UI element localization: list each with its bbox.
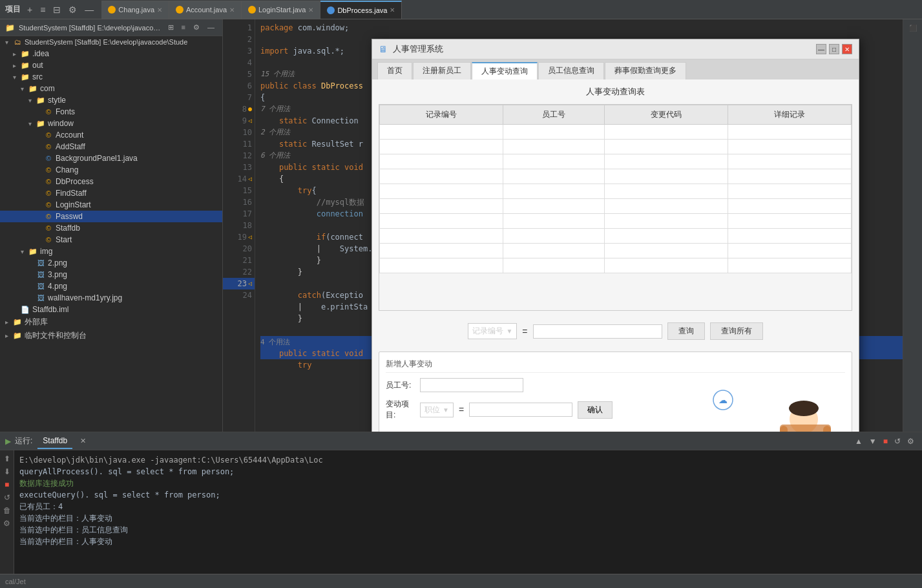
- employee-id-input[interactable]: [420, 378, 523, 392]
- settings-icon[interactable]: ⚙: [66, 3, 79, 16]
- float-close-btn[interactable]: ✕: [842, 44, 852, 54]
- method-count-7: 7 个用法: [260, 103, 290, 115]
- tree-item-studentystem[interactable]: ▾ 🗂 StudentSystem [Staffdb] E:\develop\j…: [0, 36, 222, 48]
- staffdb-tab-close[interactable]: ✕: [80, 437, 86, 445]
- minimize-icon[interactable]: —: [82, 3, 96, 16]
- file-icon-start: ©: [44, 235, 53, 244]
- change-dropdown-arrow-icon[interactable]: ▼: [443, 406, 449, 414]
- gutter-line-4: 4: [223, 57, 255, 68]
- query-button[interactable]: 查询: [667, 322, 705, 340]
- bottom-content-row: ⬆ ⬇ ■ ↺ 🗑 ⚙ E:\develop\jdk\bin\java.exe …: [0, 450, 922, 574]
- float-minimize-btn[interactable]: —: [816, 44, 826, 54]
- gutter-line-2: 2: [223, 34, 255, 45]
- query-all-button[interactable]: 查询所有: [710, 322, 763, 340]
- tree-item-img4[interactable]: ▸ 🖼 4.png: [0, 280, 222, 292]
- tree-item-loginstart[interactable]: ▸ © LoginStart: [0, 199, 222, 211]
- tree-item-external-libs[interactable]: ▸ 📁 外部库: [0, 315, 222, 329]
- sidebar-icon3[interactable]: ⚙: [191, 22, 202, 33]
- tree-item-passwd[interactable]: ▸ © Passwd: [0, 211, 222, 222]
- float-nav-home[interactable]: 首页: [377, 62, 412, 79]
- tree-item-bgpanel[interactable]: ▸ © BackgroundPanel1.java: [0, 152, 222, 164]
- search-field-label: 记录编号: [472, 326, 503, 337]
- dropdown-arrow-icon[interactable]: ▼: [506, 328, 512, 335]
- console-settings-icon[interactable]: ⚙: [905, 436, 917, 447]
- sidebar-icon4[interactable]: —: [205, 22, 217, 33]
- tree-item-img[interactable]: ▾ 📁 img: [0, 246, 222, 257]
- side-icon-settings[interactable]: ⚙: [3, 519, 10, 528]
- float-nav-register[interactable]: 注册新员工: [413, 62, 471, 79]
- toggle-src[interactable]: ▾: [10, 73, 18, 81]
- gutter-line-1: 1: [223, 22, 255, 34]
- tree-item-idea[interactable]: ▸ 📁 .idea: [0, 48, 222, 59]
- tab-dbprocess[interactable]: DbProcess.java ✕: [320, 1, 402, 19]
- sidebar-icon1[interactable]: ⊞: [165, 22, 176, 33]
- float-maximize-btn[interactable]: □: [829, 44, 839, 54]
- toggle-window[interactable]: ▾: [26, 120, 34, 127]
- tree-item-window[interactable]: ▾ 📁 window: [0, 118, 222, 129]
- tab-loginstart[interactable]: LoginStart.java ✕: [242, 1, 320, 19]
- tree-item-findstaff[interactable]: ▸ © FindStaff: [0, 187, 222, 199]
- float-nav-personnel[interactable]: 人事变动查询: [472, 62, 538, 79]
- dbprocess-tab-icon: [327, 6, 335, 14]
- toggle-idea[interactable]: ▸: [10, 50, 18, 58]
- layout-icon[interactable]: ⊟: [50, 3, 63, 16]
- console-line-2: queryAllProcess(). sql = select * from p…: [19, 466, 917, 478]
- tree-item-wallhaven[interactable]: ▸ 🖼 wallhaven-md1yry.jpg: [0, 292, 222, 304]
- side-icon-rerun[interactable]: ↺: [4, 493, 10, 502]
- console-rerun-icon[interactable]: ↺: [892, 436, 903, 447]
- search-input[interactable]: [533, 324, 662, 339]
- bottom-tab-staffdb[interactable]: Staffdb: [37, 434, 72, 449]
- tab-chang[interactable]: Chang.java ✕: [101, 1, 169, 19]
- tree-item-com[interactable]: ▾ 📁 com: [0, 83, 222, 94]
- sidebar-header: 📁 StudentSystem [Staffdb] E:\develop\jav…: [0, 19, 222, 36]
- tree-item-start[interactable]: ▸ © Start: [0, 234, 222, 246]
- side-icon-stop[interactable]: ■: [5, 480, 9, 489]
- change-value-input[interactable]: [469, 403, 572, 417]
- tree-item-stytle[interactable]: ▾ 📁 stytle: [0, 94, 222, 106]
- account-tab-close[interactable]: ✕: [229, 6, 235, 14]
- side-icon-1[interactable]: ⬆: [4, 454, 10, 463]
- dbprocess-tab-close[interactable]: ✕: [390, 6, 395, 14]
- list-icon[interactable]: ≡: [37, 3, 48, 16]
- toggle-out[interactable]: ▸: [10, 61, 18, 69]
- console-up-icon[interactable]: ▲: [852, 436, 865, 447]
- side-icon-2[interactable]: ⬇: [4, 467, 10, 476]
- tree-item-src[interactable]: ▾ 📁 src: [0, 71, 222, 83]
- tree-item-addstaff[interactable]: ▸ © AddStaff: [0, 141, 222, 152]
- confirm-button[interactable]: 确认: [578, 401, 613, 419]
- sidebar-icon2[interactable]: ≡: [179, 22, 188, 33]
- toggle-com[interactable]: ▾: [18, 85, 26, 92]
- file-icon-loginstart: ©: [44, 200, 53, 209]
- tree-item-temp-console[interactable]: ▸ 📁 临时文件和控制台: [0, 329, 222, 342]
- toggle-studentystem[interactable]: ▾: [3, 38, 10, 46]
- console-down-icon[interactable]: ▼: [866, 436, 879, 447]
- tree-item-fonts[interactable]: ▸ © Fonts: [0, 106, 222, 118]
- toggle-img[interactable]: ▾: [18, 247, 26, 255]
- float-nav-leave[interactable]: 葬事假勤查询更多: [605, 62, 686, 79]
- float-nav-employee[interactable]: 员工信息查询: [538, 62, 604, 79]
- tree-item-staffdb-iml[interactable]: ▸ 📄 Staffdb.iml: [0, 304, 222, 315]
- data-table: 记录编号 员工号 变更代码 详细记录: [379, 105, 852, 273]
- chang-tab-close[interactable]: ✕: [157, 6, 162, 14]
- tree-item-chang[interactable]: ▸ © Chang: [0, 164, 222, 176]
- float-window-icon: 🖥: [379, 44, 388, 54]
- tree-item-img3[interactable]: ▸ 🖼 3.png: [0, 269, 222, 280]
- search-dropdown[interactable]: 记录编号 ▼: [468, 323, 517, 339]
- console-stop-icon[interactable]: ■: [881, 436, 890, 447]
- tree-item-account[interactable]: ▸ © Account: [0, 129, 222, 141]
- add-tab-icon[interactable]: +: [25, 3, 35, 16]
- tree-item-out[interactable]: ▸ 📁 out: [0, 59, 222, 71]
- tree-item-img2[interactable]: ▸ 🖼 2.png: [0, 257, 222, 269]
- tree-item-staffdb[interactable]: ▸ © Staffdb: [0, 222, 222, 234]
- side-icon-trash[interactable]: 🗑: [3, 506, 11, 515]
- bottom-tab-bar: ▶ 运行: Staffdb ✕ ▲ ▼ ■ ↺ ⚙: [0, 432, 922, 450]
- change-item-dropdown[interactable]: 职位 ▼: [420, 403, 454, 417]
- tree-item-dbprocess[interactable]: ▸ © DbProcess: [0, 176, 222, 187]
- loginstart-tab-close[interactable]: ✕: [308, 6, 313, 14]
- tab-account[interactable]: Account.java ✕: [169, 1, 242, 19]
- gutter-line-16: 16: [223, 196, 255, 208]
- toggle-external-libs[interactable]: ▸: [3, 319, 10, 326]
- toggle-temp-console[interactable]: ▸: [3, 332, 10, 340]
- toggle-stytle[interactable]: ▾: [26, 96, 34, 104]
- label-img4: 4.png: [48, 282, 67, 291]
